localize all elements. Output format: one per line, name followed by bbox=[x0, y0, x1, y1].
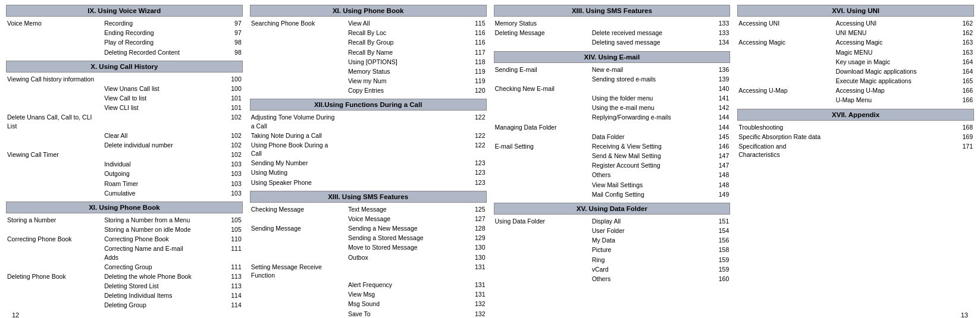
page-cell: 98 bbox=[195, 48, 243, 57]
subtopic-cell: Text Message bbox=[340, 204, 439, 214]
subtopic-cell bbox=[340, 262, 439, 280]
page-cell: 103 bbox=[195, 169, 243, 178]
page-cell: 123 bbox=[439, 168, 487, 177]
subtopic-cell bbox=[340, 131, 439, 140]
page-cell: 154 bbox=[683, 226, 731, 235]
table-row: Correcting Name and E-mail Adds111 bbox=[6, 244, 243, 262]
table-row: Storing a Number on idle Mode105 bbox=[6, 225, 243, 234]
subtopic-cell: Sending a New Message bbox=[340, 223, 439, 233]
subtopic-cell bbox=[584, 18, 683, 28]
subtopic-cell: Roam Timer bbox=[96, 179, 195, 188]
subtopic-cell: Outgoing bbox=[96, 169, 195, 178]
topic-cell bbox=[6, 159, 96, 169]
subtopic-cell: Recall By Loc bbox=[340, 28, 439, 37]
column-col4: XVI. Using UNIAccessing UNIAccessing UNI… bbox=[734, 5, 974, 318]
table-row: Voice Message127 bbox=[250, 214, 487, 223]
subtopic-cell bbox=[827, 122, 926, 132]
topic-cell: Checking New E-mail bbox=[494, 84, 584, 93]
topic-cell: Using Phone Book During a Call bbox=[250, 140, 340, 158]
toc-table-xvii: Troubleshooting168Specific Absorption Ra… bbox=[737, 122, 974, 160]
subtopic-cell: Download Magic applications bbox=[827, 67, 926, 76]
topic-cell bbox=[250, 76, 340, 86]
topic-cell: Sending Message bbox=[250, 223, 340, 233]
subtopic-cell bbox=[584, 122, 683, 132]
toc-table-xiv: Sending E-mailNew e-mail136Sending store… bbox=[494, 65, 731, 199]
page-cell: 141 bbox=[683, 93, 731, 103]
subtopic-cell: View Unans Call list bbox=[96, 84, 195, 93]
topic-cell bbox=[737, 48, 827, 57]
table-row: Setting Message Receive Function131 bbox=[250, 262, 487, 280]
subtopic-cell bbox=[340, 168, 439, 177]
table-row: Sending MessageSending a New Message128 bbox=[250, 223, 487, 233]
subtopic-cell: Ending Recording bbox=[96, 28, 195, 37]
table-row: Using the e-mail menu142 bbox=[494, 103, 731, 112]
topic-cell: Deleting Message bbox=[494, 28, 584, 37]
section-header-xi_b: XI. Using Phone Book bbox=[250, 5, 487, 17]
topic-cell bbox=[250, 299, 340, 308]
table-row: Adjusting Tone Volume During a Call122 bbox=[250, 112, 487, 130]
subtopic-cell: View Call to list bbox=[96, 93, 195, 103]
table-row: View Unans Call list100 bbox=[6, 84, 243, 93]
subtopic-cell: vCard bbox=[584, 265, 683, 274]
table-row: Delete individual number102 bbox=[6, 140, 243, 150]
toc-table-x: Viewing Call history information100View … bbox=[6, 74, 243, 198]
page-cell: 166 bbox=[926, 95, 974, 105]
page-cell: 159 bbox=[683, 255, 731, 265]
table-row: Roam Timer103 bbox=[6, 179, 243, 188]
page-cell: 136 bbox=[683, 65, 731, 74]
page-cell: 105 bbox=[195, 225, 243, 234]
table-row: Using the folder menu141 bbox=[494, 93, 731, 103]
table-row: E-mail SettingReceiving & View Setting14… bbox=[494, 141, 731, 151]
subtopic-cell: Delete individual number bbox=[96, 140, 195, 150]
subtopic-cell: Recording bbox=[96, 18, 195, 28]
table-row: Data Folder145 bbox=[494, 132, 731, 141]
page-cell: 146 bbox=[683, 141, 731, 151]
subtopic-cell: Individual bbox=[96, 159, 195, 169]
topic-cell bbox=[494, 160, 584, 170]
topic-cell bbox=[494, 265, 584, 274]
topic-cell: Voice Memo bbox=[6, 18, 96, 28]
page-cell: 162 bbox=[926, 28, 974, 37]
subtopic-cell: Receiving & View Setting bbox=[584, 141, 683, 151]
table-row: Deleting Stored List113 bbox=[6, 281, 243, 291]
page-cell: 100 bbox=[195, 74, 243, 84]
topic-cell bbox=[494, 180, 584, 190]
topic-cell: Using Muting bbox=[250, 168, 340, 177]
topic-cell bbox=[6, 300, 96, 310]
page-cell: 105 bbox=[195, 215, 243, 225]
table-row: Ring159 bbox=[494, 255, 731, 265]
subtopic-cell bbox=[96, 74, 195, 84]
table-row: Others160 bbox=[494, 274, 731, 284]
table-row: Using Phone Book During a Call122 bbox=[250, 140, 487, 158]
table-row: Save To132 bbox=[250, 309, 487, 318]
topic-cell bbox=[250, 289, 340, 299]
table-row: Msg Sound132 bbox=[250, 299, 487, 308]
topic-cell bbox=[494, 37, 584, 47]
subtopic-cell: Delete received message bbox=[584, 28, 683, 37]
table-row: Managing Data Folder144 bbox=[494, 122, 731, 132]
page-cell: 103 bbox=[195, 188, 243, 198]
table-row: Searching Phone BookView All115 bbox=[250, 18, 487, 28]
topic-cell: E-mail Setting bbox=[494, 141, 584, 151]
topic-cell: Taking Note During a Call bbox=[250, 131, 340, 140]
subtopic-cell bbox=[584, 84, 683, 93]
page-layout: IX. Using Voice WizardVoice MemoRecordin… bbox=[6, 5, 974, 318]
toc-table-ix: Voice MemoRecording97Ending Recording97P… bbox=[6, 18, 243, 57]
table-row: Specific Absorption Rate data169 bbox=[737, 132, 974, 141]
table-row: Clear All102 bbox=[6, 131, 243, 140]
topic-cell bbox=[494, 132, 584, 141]
subtopic-cell: Others bbox=[584, 274, 683, 284]
subtopic-cell: Sending stored e-mails bbox=[584, 74, 683, 84]
page-cell: 102 bbox=[195, 140, 243, 150]
topic-cell: Sending My Number bbox=[250, 158, 340, 168]
topic-cell bbox=[250, 214, 340, 223]
page-cell: 113 bbox=[195, 281, 243, 291]
subtopic-cell bbox=[96, 150, 195, 159]
topic-cell bbox=[6, 244, 96, 262]
subtopic-cell: Using [OPTIONS] bbox=[340, 57, 439, 67]
section-header-xiv: XIV. Using E-mail bbox=[494, 51, 731, 63]
topic-cell bbox=[250, 253, 340, 262]
table-row: Magic MENU163 bbox=[737, 48, 974, 57]
topic-cell: Memory Status bbox=[494, 18, 584, 28]
page-number-right: 13 bbox=[961, 311, 968, 318]
